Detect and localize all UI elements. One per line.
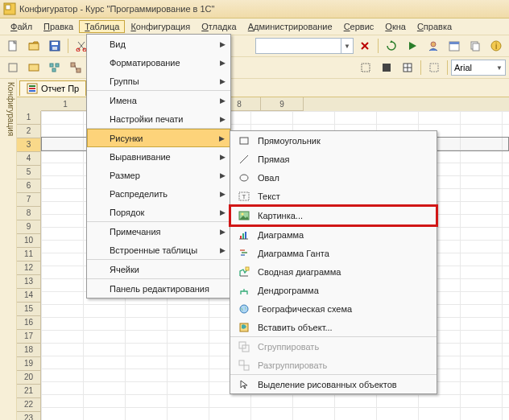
submenu-item[interactable]: Прямоугольник — [230, 131, 437, 150]
submenu-item[interactable]: Географическая схема — [230, 299, 437, 318]
menu-item[interactable]: Вид▶ — [87, 35, 230, 53]
row-header[interactable]: 9 — [17, 220, 41, 234]
row-header[interactable]: 20 — [17, 371, 41, 385]
sheet-corner[interactable] — [17, 97, 42, 112]
flow-icon[interactable] — [66, 59, 85, 76]
menu-item[interactable]: Рисунки▶ — [87, 129, 230, 147]
menu-конфигурация[interactable]: Конфигурация — [125, 20, 196, 33]
row-header[interactable]: 23 — [17, 412, 41, 420]
row-header[interactable]: 11 — [17, 248, 41, 261]
document-tab[interactable]: Отчет Пр — [19, 80, 86, 96]
close-search-icon[interactable] — [355, 37, 375, 55]
row-header[interactable]: 15 — [17, 303, 41, 316]
search-combo[interactable]: ▼ — [255, 38, 354, 54]
menu-сервис[interactable]: Сервис — [338, 20, 380, 33]
menu-item[interactable]: Встроенные таблицы▶ — [87, 241, 230, 260]
menu-отладка[interactable]: Отладка — [196, 20, 242, 33]
menu-item[interactable]: Примечания▶ — [87, 222, 230, 241]
menu-item[interactable]: Порядок▶ — [87, 203, 230, 222]
menu-администрирование[interactable]: Администрирование — [242, 20, 338, 33]
row-headers: 1234567891011121314151617181920212223242… — [17, 111, 41, 420]
submenu-item[interactable]: Прямая — [230, 150, 437, 168]
submenu-item[interactable]: TТекст — [230, 187, 437, 206]
picture-icon — [237, 208, 251, 223]
border-icon[interactable] — [356, 59, 375, 76]
box2-icon[interactable] — [24, 59, 43, 76]
row-header[interactable]: 12 — [17, 261, 41, 275]
svg-rect-54 — [244, 365, 249, 370]
side-tab-configuration[interactable]: Конфигурация — [0, 79, 17, 420]
row-header[interactable]: 14 — [17, 289, 41, 303]
row-header[interactable]: 1 — [17, 111, 41, 125]
submenu-item[interactable]: Сводная диаграмма — [230, 262, 437, 281]
row-header[interactable]: 6 — [17, 179, 41, 193]
menu-правка[interactable]: Правка — [38, 20, 79, 33]
svg-point-39 — [242, 212, 244, 215]
svg-rect-33 — [240, 138, 248, 144]
row-header[interactable]: 21 — [17, 385, 41, 398]
svg-text:i: i — [495, 42, 497, 51]
menu-item[interactable]: Выравнивание▶ — [87, 147, 230, 166]
row-header[interactable]: 3 — [17, 138, 41, 152]
column-header[interactable]: 9 — [261, 97, 304, 111]
save-icon[interactable] — [45, 37, 64, 55]
column-header[interactable]: 1 — [41, 97, 90, 111]
menu-item[interactable]: Имена▶ — [87, 91, 230, 109]
menu-item[interactable]: Размер▶ — [87, 166, 230, 184]
row-header[interactable]: 10 — [17, 234, 41, 248]
chevron-down-icon[interactable]: ▼ — [496, 64, 503, 72]
pointer-icon — [237, 377, 251, 392]
row-header[interactable]: 13 — [17, 275, 41, 289]
row-header[interactable]: 18 — [17, 344, 41, 357]
submenu-item: Разгруппировать — [230, 356, 437, 375]
submenu-label: Разгруппировать — [258, 360, 327, 370]
user-icon[interactable] — [424, 37, 443, 55]
menu-файл[interactable]: Файл — [5, 20, 38, 33]
menu-item[interactable]: Ячейки — [87, 260, 230, 279]
submenu-item[interactable]: Диаграмма — [230, 225, 437, 244]
menu-item[interactable]: Распределить▶ — [87, 184, 230, 203]
refresh-icon[interactable] — [382, 37, 401, 55]
row-header[interactable]: 7 — [17, 193, 41, 207]
submenu-item[interactable]: Дендрограмма — [230, 281, 437, 299]
menu-item[interactable]: Группы▶ — [87, 72, 230, 91]
svg-rect-20 — [52, 68, 56, 72]
row-header[interactable]: 2 — [17, 125, 41, 138]
menu-таблица[interactable]: Таблица — [79, 20, 125, 33]
copy-icon[interactable] — [466, 37, 485, 55]
box-icon[interactable] — [3, 59, 23, 76]
dendro-icon — [237, 283, 251, 298]
row-header[interactable]: 17 — [17, 330, 41, 344]
menu-справка[interactable]: Справка — [412, 20, 457, 33]
menu-item[interactable]: Панель редактирования — [87, 279, 230, 298]
calendar-icon[interactable] — [445, 37, 464, 55]
chevron-down-icon[interactable]: ▼ — [341, 39, 353, 53]
row-header[interactable]: 8 — [17, 207, 41, 220]
svg-rect-6 — [52, 47, 57, 50]
help-icon[interactable]: i — [486, 37, 506, 55]
row-header[interactable]: 4 — [17, 152, 41, 166]
submenu-item[interactable]: Картинка... — [230, 206, 437, 225]
submenu-item[interactable]: Вставить объект... — [230, 318, 437, 337]
submenu-item[interactable]: Диаграмма Ганта — [230, 244, 437, 262]
row-header[interactable]: 19 — [17, 357, 41, 371]
svg-rect-46 — [241, 254, 245, 256]
fill-icon[interactable] — [377, 59, 396, 76]
open-file-icon[interactable] — [24, 37, 43, 55]
tree-icon[interactable] — [45, 59, 64, 76]
submenu-item[interactable]: Выделение рисованных объектов — [230, 375, 437, 393]
menu-item[interactable]: Форматирование▶ — [87, 53, 230, 72]
submenu-label: Текст — [258, 191, 280, 201]
row-header[interactable]: 16 — [17, 316, 41, 330]
row-header[interactable]: 22 — [17, 398, 41, 412]
play-icon[interactable] — [403, 37, 422, 55]
submenu-item[interactable]: Овал — [230, 168, 437, 187]
new-file-icon[interactable] — [3, 37, 23, 55]
cell-icon[interactable] — [398, 59, 417, 76]
menu-окна[interactable]: Окна — [379, 20, 412, 33]
menu-item[interactable]: Настройки печати▶ — [87, 109, 230, 129]
geo-icon — [237, 302, 251, 316]
dotted-box-icon[interactable] — [424, 59, 444, 76]
row-header[interactable]: 5 — [17, 166, 41, 179]
font-combo[interactable]: Arial▼ — [451, 60, 506, 76]
